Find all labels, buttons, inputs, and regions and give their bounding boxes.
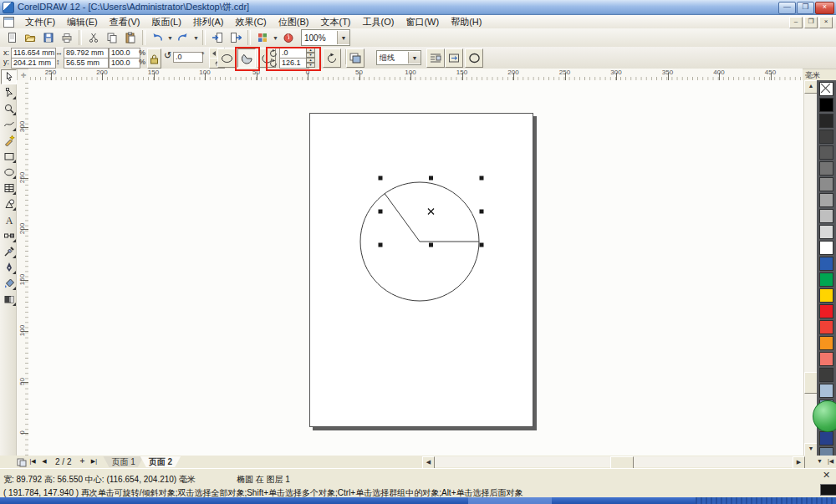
- corel-community-button[interactable]: [279, 28, 298, 47]
- toolbox-outline-tool[interactable]: [1, 260, 17, 275]
- vertical-scroll-thumb[interactable]: [804, 372, 818, 394]
- menu-f[interactable]: 文件(F): [19, 15, 61, 29]
- horizontal-ruler[interactable]: 2502001501005005010015020025030035040045…: [28, 69, 803, 81]
- color-swatch[interactable]: [819, 431, 833, 445]
- doc-restore-button[interactable]: ❐: [804, 17, 818, 28]
- swatch-none[interactable]: [819, 82, 833, 96]
- toolbox-shape-tool[interactable]: [1, 85, 17, 100]
- center-mark[interactable]: [428, 209, 434, 215]
- toolbox-graph-paper-tool[interactable]: [1, 181, 17, 196]
- vertical-ruler[interactable]: 300250200150100500: [17, 80, 29, 456]
- fill-none-indicator[interactable]: ✕: [823, 470, 830, 481]
- paste-button[interactable]: [121, 28, 140, 47]
- menu-t[interactable]: 文本(T): [314, 15, 356, 29]
- scroll-right-icon[interactable]: ▶: [793, 456, 805, 469]
- scale-v-input[interactable]: 100.0: [109, 58, 140, 69]
- convert-to-object-button[interactable]: [346, 48, 364, 68]
- vertical-scrollbar[interactable]: ▲ ▼: [803, 80, 817, 456]
- color-swatch[interactable]: [819, 161, 833, 176]
- add-page-button[interactable]: +: [76, 456, 88, 467]
- palette-expand-icon[interactable]: |◀: [828, 458, 833, 465]
- palette-scroll-down-icon[interactable]: ▼: [817, 458, 823, 464]
- previous-page-button[interactable]: ◀: [38, 456, 50, 467]
- wrap-paragraph-text-button[interactable]: [426, 48, 445, 68]
- color-swatch[interactable]: [819, 193, 833, 207]
- restore-button[interactable]: ❐: [797, 2, 814, 14]
- menu-b[interactable]: 位图(B): [273, 15, 315, 29]
- color-swatch[interactable]: [819, 384, 833, 398]
- toolbox-pick-tool[interactable]: [1, 69, 17, 84]
- convert-outline-button[interactable]: [445, 48, 463, 68]
- menu-w[interactable]: 窗口(W): [400, 15, 445, 29]
- first-page-button[interactable]: |◀: [27, 456, 38, 467]
- toolbox-basic-shapes-tool[interactable]: [1, 196, 17, 211]
- color-swatch[interactable]: [819, 257, 833, 271]
- drawing-canvas[interactable]: [28, 80, 803, 456]
- cut-button[interactable]: [84, 28, 103, 47]
- color-swatch[interactable]: [819, 241, 833, 255]
- color-swatch[interactable]: [819, 130, 833, 144]
- system-tray[interactable]: [696, 497, 836, 504]
- toolbox-ellipse-tool[interactable]: [1, 165, 17, 180]
- minimize-button[interactable]: —: [778, 2, 796, 14]
- undo-button[interactable]: [148, 28, 166, 47]
- color-swatch[interactable]: [819, 209, 833, 223]
- color-swatch[interactable]: [819, 304, 833, 318]
- redo-dropdown[interactable]: ▼: [192, 29, 200, 46]
- print-button[interactable]: [58, 28, 76, 47]
- scroll-left-icon[interactable]: ◀: [422, 456, 435, 469]
- export-button[interactable]: [227, 28, 245, 47]
- ellipse-button[interactable]: [217, 48, 236, 68]
- arc-direction-button[interactable]: [323, 48, 341, 68]
- toolbox-eyedropper-tool[interactable]: [1, 244, 17, 259]
- rotation-angle-input[interactable]: .0: [173, 52, 203, 63]
- toolbox-fill-tool[interactable]: [1, 276, 17, 291]
- color-swatch[interactable]: [819, 320, 833, 334]
- toolbox-interactive-blend-tool[interactable]: [1, 228, 17, 243]
- color-swatch[interactable]: [819, 336, 833, 350]
- copy-button[interactable]: [103, 28, 121, 47]
- color-swatch[interactable]: [819, 114, 833, 128]
- page-sorter-icon[interactable]: [17, 457, 27, 467]
- chevron-down-icon[interactable]: ▼: [408, 52, 421, 64]
- color-swatch[interactable]: [819, 288, 833, 303]
- toolbox-interactive-fill-tool[interactable]: [1, 292, 17, 307]
- last-page-button[interactable]: ▶|: [88, 456, 99, 467]
- taskbar-button[interactable]: [468, 497, 552, 504]
- color-swatch[interactable]: [819, 145, 833, 160]
- open-button[interactable]: [21, 28, 39, 47]
- page-tab-1[interactable]: 页面 1: [103, 456, 143, 467]
- zoom-levels-combo[interactable]: 100% ▼: [301, 29, 350, 46]
- menu-l[interactable]: 版面(L): [145, 15, 186, 29]
- menu-h[interactable]: 帮助(H): [445, 15, 487, 29]
- menu-e[interactable]: 编辑(E): [61, 15, 104, 29]
- toolbox-smart-drawing-tool[interactable]: [1, 133, 17, 148]
- scroll-up-icon[interactable]: ▲: [804, 80, 818, 94]
- title-bar[interactable]: CorelDRAW 12 - [C:\Users\Administrator\D…: [0, 0, 836, 15]
- object-y-input[interactable]: 204.21 mm: [11, 58, 56, 69]
- doc-minimize-button[interactable]: –: [789, 17, 803, 28]
- menu-a[interactable]: 排列(A): [187, 15, 230, 29]
- outline-width-combo[interactable]: 细线 ▼: [376, 50, 421, 65]
- document-icon[interactable]: [3, 17, 14, 28]
- color-swatch[interactable]: [819, 368, 833, 382]
- color-swatch[interactable]: [819, 225, 833, 239]
- outline-color-indicator[interactable]: [820, 484, 836, 496]
- chevron-down-icon[interactable]: ▼: [337, 31, 349, 44]
- convert-to-curves-button[interactable]: [465, 48, 483, 68]
- doc-close-button[interactable]: ×: [819, 17, 833, 28]
- scroll-down-icon[interactable]: ▼: [804, 443, 818, 456]
- menu-c[interactable]: 效果(C): [230, 15, 273, 29]
- pie-shape[interactable]: [360, 182, 479, 301]
- application-launcher-dropdown[interactable]: ▼: [272, 29, 279, 46]
- nonproportional-lock-button[interactable]: [147, 48, 161, 69]
- color-swatch[interactable]: [819, 272, 833, 287]
- color-swatch[interactable]: [819, 98, 833, 112]
- toolbox-rectangle-tool[interactable]: [1, 149, 17, 164]
- toolbox-zoom-tool[interactable]: [1, 101, 17, 116]
- application-launcher-button[interactable]: [253, 28, 272, 47]
- save-button[interactable]: [39, 28, 58, 47]
- horizontal-scrollbar[interactable]: ◀ ▶: [422, 456, 803, 467]
- color-swatch[interactable]: [819, 352, 833, 366]
- import-button[interactable]: [208, 28, 227, 47]
